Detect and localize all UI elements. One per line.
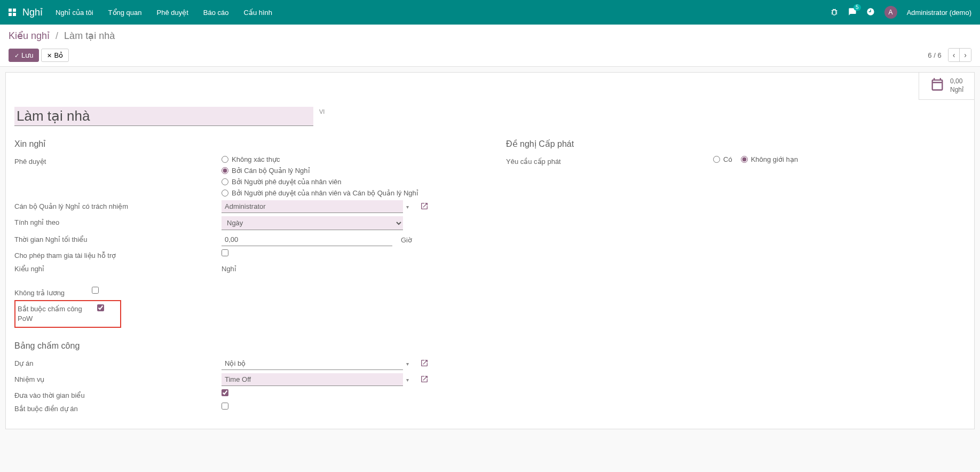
unpaid-checkbox[interactable] <box>92 287 99 294</box>
menu-config[interactable]: Cấu hình <box>244 9 273 17</box>
discard-button[interactable]: Bỏ <box>41 49 69 62</box>
external-link-icon[interactable] <box>420 375 429 385</box>
menu-reports[interactable]: Báo cáo <box>203 9 229 17</box>
label-support-doc: Cho phép tham gia tài liệu hỗ trợ <box>14 249 222 259</box>
breadcrumb-parent[interactable]: Kiểu nghỉ <box>9 30 50 41</box>
approval-opt-approver[interactable]: Bởi Người phê duyệt của nhân viên <box>222 178 418 186</box>
label-min: Thời gian Nghỉ tối thiểu <box>14 233 222 243</box>
control-panel: Kiểu nghỉ / Làm tại nhà Lưu Bỏ 6 / 6 ‹ › <box>0 25 980 67</box>
stat-leaves[interactable]: 0,00 Nghỉ <box>919 73 974 99</box>
allocation-radio-group: Có Không giới hạn <box>713 155 798 163</box>
unit-select[interactable]: Ngày <box>222 216 403 230</box>
breadcrumb: Kiểu nghỉ / Làm tại nhà <box>9 30 971 42</box>
pager-prev[interactable]: ‹ <box>949 49 960 61</box>
chevron-down-icon[interactable]: ▾ <box>404 361 411 367</box>
min-input[interactable] <box>222 233 392 246</box>
external-link-icon[interactable] <box>420 202 429 212</box>
save-button[interactable]: Lưu <box>9 49 39 62</box>
unit-hours: Giờ <box>401 236 412 244</box>
stat-label: Nghỉ <box>950 86 963 95</box>
name-input[interactable] <box>14 107 313 126</box>
messages-badge: 5 <box>853 4 861 11</box>
main-menu: Nghỉ của tôi Tổng quan Phê duyệt Báo cáo… <box>56 9 272 17</box>
pager-text: 6 / 6 <box>928 51 941 59</box>
apps-icon[interactable] <box>9 9 16 16</box>
username[interactable]: Administrator (demo) <box>907 9 971 17</box>
approval-opt-both[interactable]: Bởi Người phê duyệt của nhân viên và Cán… <box>222 189 418 197</box>
label-allocation: Yêu cầu cấp phát <box>506 155 713 166</box>
label-unit: Tính nghỉ theo <box>14 216 222 226</box>
lang-badge[interactable]: VI <box>315 107 328 116</box>
task-input[interactable] <box>222 373 403 386</box>
label-unpaid: Không trả lương <box>14 287 92 297</box>
external-link-icon[interactable] <box>420 359 429 369</box>
messages-icon[interactable]: 5 <box>848 7 857 18</box>
responsible-input[interactable] <box>222 200 403 213</box>
label-kind: Kiểu nghỉ <box>14 263 222 273</box>
kind-value: Nghỉ <box>222 263 236 273</box>
menu-overview[interactable]: Tổng quan <box>108 9 142 17</box>
section-leave-request: Xin nghỉ <box>14 139 474 149</box>
label-project: Dự án <box>14 357 222 367</box>
label-pow: Bắt buộc chấm công PoW <box>18 304 95 324</box>
x-icon <box>47 51 52 59</box>
avatar[interactable]: A <box>884 6 897 19</box>
pow-checkbox[interactable] <box>97 304 104 311</box>
label-mandatory-fill: Bắt buộc điền dự án <box>14 403 222 413</box>
activities-icon[interactable] <box>866 7 875 18</box>
app-brand[interactable]: Nghỉ <box>22 6 43 18</box>
pow-highlight: Bắt buộc chấm công PoW <box>14 300 121 328</box>
approval-radio-group: Không xác thực Bởi Cán bộ Quản lý Nghỉ B… <box>222 155 418 197</box>
label-approval: Phê duyệt <box>14 155 222 166</box>
chevron-down-icon[interactable]: ▾ <box>404 204 411 210</box>
section-allocation: Đề nghị Cấp phát <box>506 139 966 149</box>
menu-my-leaves[interactable]: Nghỉ của tôi <box>56 9 93 17</box>
section-timesheet: Bảng chấm công <box>14 341 474 351</box>
schedule-checkbox[interactable] <box>222 389 228 396</box>
check-icon <box>14 51 19 59</box>
project-input[interactable] <box>222 357 403 370</box>
bug-icon[interactable] <box>830 7 839 18</box>
breadcrumb-current: Làm tại nhà <box>64 30 115 41</box>
alloc-opt-yes[interactable]: Có <box>713 155 732 163</box>
pager-next[interactable]: › <box>960 49 971 61</box>
menu-approvals[interactable]: Phê duyệt <box>157 9 188 17</box>
alloc-opt-unlimited[interactable]: Không giới hạn <box>741 155 798 163</box>
chevron-down-icon[interactable]: ▾ <box>404 377 411 383</box>
calendar-icon <box>930 77 945 95</box>
navbar: Nghỉ Nghỉ của tôi Tổng quan Phê duyệt Bá… <box>0 0 980 25</box>
label-task: Nhiệm vụ <box>14 373 222 383</box>
stat-value: 0,00 <box>950 77 963 86</box>
label-responsible: Cán bộ Quản lý Nghỉ có trách nhiệm <box>14 200 222 210</box>
mandatory-fill-checkbox[interactable] <box>222 403 228 410</box>
label-schedule: Đưa vào thời gian biểu <box>14 389 222 399</box>
support-doc-checkbox[interactable] <box>222 249 228 256</box>
approval-opt-officer[interactable]: Bởi Cán bộ Quản lý Nghỉ <box>222 167 418 175</box>
approval-opt-none[interactable]: Không xác thực <box>222 155 418 163</box>
form-sheet: 0,00 Nghỉ VI Xin nghỉ Phê duyệt Không <box>5 72 975 429</box>
